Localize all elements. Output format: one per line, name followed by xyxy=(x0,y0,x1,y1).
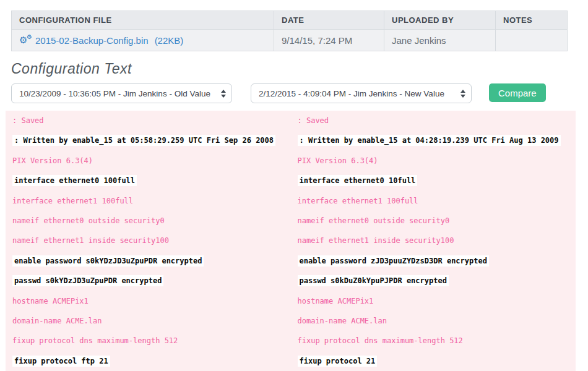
diff-line-changed-text: enable password s0kYDzJD3uZpuPDR encrypt… xyxy=(12,255,204,267)
diff-line-text: fixup protocol dns maximum-length 512 xyxy=(298,336,463,345)
diff-line-text: PIX Version 6.3(4) xyxy=(12,156,93,165)
diff-line-changed-text: enable password zJD3puuZYDzsD3DR encrypt… xyxy=(298,255,489,267)
diff-line-text: interface ethernet1 100full xyxy=(298,197,418,205)
diff-line-text: hostname ACMEPix1 xyxy=(298,297,374,305)
diff-line-changed-text: passwd s0kDuZ0kYpuPJPDR encrypted xyxy=(298,275,449,286)
diff-line-changed-text: passwd s0kYDzJD3uZpuPDR encrypted xyxy=(12,275,163,286)
up-down-arrows-icon xyxy=(221,90,226,98)
compare-button[interactable]: Compare xyxy=(489,83,546,102)
new-version-select-value: 2/12/2015 - 4:09:04 PM - Jim Jenkins - N… xyxy=(259,89,444,98)
diff-line-text: interface ethernet1 100full xyxy=(12,197,133,205)
diff-line: : Saved xyxy=(12,111,291,130)
cogs-icon: ⚙⚙ xyxy=(19,35,33,46)
column-header-notes: NOTES xyxy=(496,11,568,30)
diff-line: interface ethernet1 100full xyxy=(12,191,291,211)
uploaded-by-cell: Jane Jenkins xyxy=(384,30,496,51)
config-file-link[interactable]: ⚙⚙ 2015-02-Backup-Config.bin (22KB) xyxy=(19,35,183,46)
diff-line: domain-name ACME.lan xyxy=(298,311,576,331)
diff-line: passwd s0kYDzJD3uZpuPDR encrypted xyxy=(12,271,291,291)
old-version-select[interactable]: 10/23/2009 - 10:36:05 PM - Jim Jenkins -… xyxy=(11,83,232,103)
config-file-size: (22KB) xyxy=(155,35,184,46)
diff-line-text: fixup protocol dns maximum-length 512 xyxy=(12,336,178,345)
diff-line: nameif ethernet0 outside security0 xyxy=(12,211,291,231)
diff-line-changed-text: fixup protocol 21 xyxy=(298,356,378,367)
diff-line: interface ethernet0 100full xyxy=(12,171,291,190)
diff-line-text: nameif ethernet0 outside security0 xyxy=(12,216,165,225)
table-row: ⚙⚙ 2015-02-Backup-Config.bin (22KB) 9/14… xyxy=(12,30,568,51)
diff-line-text: nameif ethernet1 inside security100 xyxy=(298,236,454,245)
diff-line: fixup protocol 21 xyxy=(298,351,576,371)
diff-line: hostname ACMEPix1 xyxy=(298,291,576,311)
diff-line: interface ethernet0 10full xyxy=(298,171,576,190)
diff-line-changed-text: interface ethernet0 100full xyxy=(12,175,137,186)
table-header-row: CONFIGURATION FILE DATE UPLOADED BY NOTE… xyxy=(12,11,568,30)
config-file-name: 2015-02-Backup-Config.bin xyxy=(35,35,149,46)
column-header-configuration-file: CONFIGURATION FILE xyxy=(12,11,274,30)
diff-line: domain-name ACME.lan xyxy=(12,311,291,331)
notes-cell xyxy=(496,30,568,51)
diff-line: PIX Version 6.3(4) xyxy=(298,151,576,171)
diff-line: : Written by enable_15 at 05:58:29.259 U… xyxy=(12,130,291,150)
diff-line-changed-text: : Written by enable_15 at 05:58:29.259 U… xyxy=(12,135,275,146)
diff-line: enable password zJD3puuZYDzsD3DR encrypt… xyxy=(298,251,576,271)
diff-line-changed-text: : Written by enable_15 at 04:28:19.239 U… xyxy=(298,135,561,146)
compare-controls: 10/23/2009 - 10:36:05 PM - Jim Jenkins -… xyxy=(11,83,588,103)
diff-line-changed-text: fixup protocol ftp 21 xyxy=(12,356,110,367)
configuration-diff-panel: : Saved: Written by enable_15 at 05:58:2… xyxy=(6,111,576,371)
diff-line: fixup protocol dns maximum-length 512 xyxy=(12,331,291,351)
configuration-file-cell: ⚙⚙ 2015-02-Backup-Config.bin (22KB) xyxy=(12,30,274,51)
column-header-date: DATE xyxy=(274,11,384,30)
diff-line: fixup protocol dns maximum-length 512 xyxy=(298,331,576,351)
diff-line: hostname ACMEPix1 xyxy=(12,291,291,311)
diff-line: PIX Version 6.3(4) xyxy=(12,151,291,171)
column-header-uploaded-by: UPLOADED BY xyxy=(384,11,496,30)
diff-line-text: nameif ethernet0 outside security0 xyxy=(298,216,450,225)
diff-line-text: hostname ACMEPix1 xyxy=(12,297,89,305)
diff-line: nameif ethernet1 inside security100 xyxy=(298,231,576,250)
diff-line: fixup protocol ftp 21 xyxy=(12,351,291,371)
diff-line-text: : Saved xyxy=(298,116,329,125)
old-version-select-value: 10/23/2009 - 10:36:05 PM - Jim Jenkins -… xyxy=(19,89,210,98)
diff-line-text: domain-name ACME.lan xyxy=(12,317,102,325)
diff-line: nameif ethernet0 outside security0 xyxy=(298,211,576,231)
config-file-table: CONFIGURATION FILE DATE UPLOADED BY NOTE… xyxy=(11,11,568,51)
diff-line: passwd s0kDuZ0kYpuPJPDR encrypted xyxy=(298,271,576,291)
diff-line: : Written by enable_15 at 04:28:19.239 U… xyxy=(298,130,576,150)
diff-line-text: PIX Version 6.3(4) xyxy=(298,156,378,165)
diff-column-right: : Saved: Written by enable_15 at 04:28:1… xyxy=(291,111,576,371)
up-down-arrows-icon xyxy=(460,90,465,98)
date-cell: 9/14/15, 7:24 PM xyxy=(274,30,384,51)
diff-line-text: : Saved xyxy=(12,116,44,125)
diff-line-text: nameif ethernet1 inside security100 xyxy=(12,236,169,245)
page-title: Configuration Text xyxy=(11,61,588,77)
diff-line: interface ethernet1 100full xyxy=(298,191,576,211)
diff-column-left: : Saved: Written by enable_15 at 05:58:2… xyxy=(6,111,291,371)
diff-line: : Saved xyxy=(298,111,576,130)
diff-line: enable password s0kYDzJD3uZpuPDR encrypt… xyxy=(12,251,291,271)
new-version-select[interactable]: 2/12/2015 - 4:09:04 PM - Jim Jenkins - N… xyxy=(251,83,472,103)
diff-line: nameif ethernet1 inside security100 xyxy=(12,231,291,250)
diff-line-changed-text: interface ethernet0 10full xyxy=(298,175,418,186)
diff-line-text: domain-name ACME.lan xyxy=(298,317,387,325)
